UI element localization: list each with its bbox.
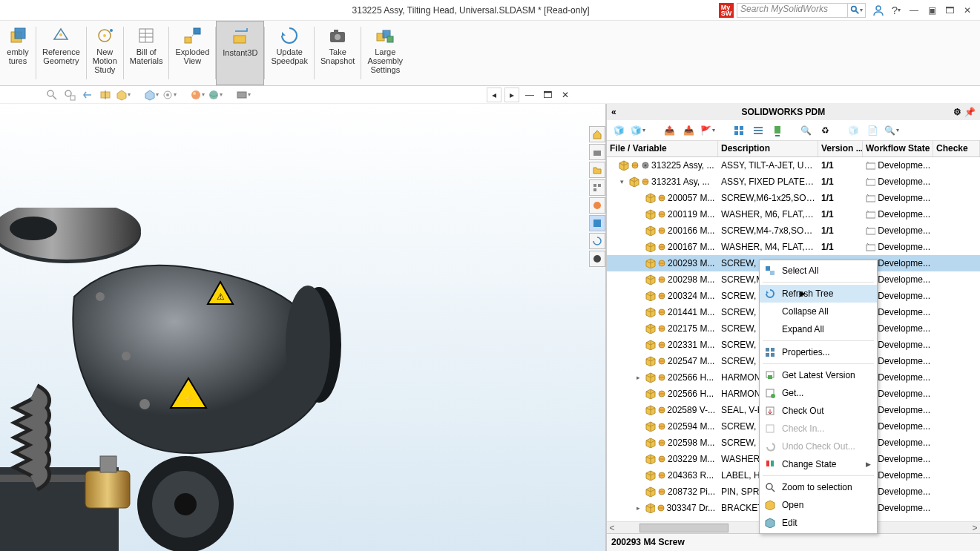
svg-rect-77 [866, 196, 875, 202]
search-button[interactable]: ▾ [848, 3, 866, 18]
svg-rect-140 [771, 353, 775, 357]
svg-rect-62 [740, 131, 743, 135]
zoom-to-fit-icon[interactable] [45, 88, 59, 102]
list-icon[interactable] [751, 123, 766, 138]
svg-line-1 [855, 10, 858, 13]
tab-toolbox-icon[interactable] [589, 144, 605, 160]
checkin-icon [764, 423, 776, 435]
label: Study [94, 65, 115, 74]
tab-refresh-icon[interactable] [589, 233, 605, 249]
rib-take-snapshot[interactable]: Take Snapshot [315, 21, 361, 85]
prev-view-icon[interactable] [80, 88, 95, 102]
tree-display-icon[interactable]: 🧊 [611, 123, 626, 138]
view-orientation-icon[interactable] [116, 88, 131, 102]
menu-item-collapse-all[interactable]: Collapse All [760, 303, 877, 320]
rib-instant3d[interactable]: Instant3D [216, 21, 264, 85]
tab-forum-icon[interactable] [589, 251, 605, 267]
render-icon[interactable] [236, 88, 251, 102]
menu-item-refresh-tree[interactable]: Refresh Tree [760, 285, 877, 303]
min-viewport-icon[interactable]: — [522, 88, 537, 102]
next-tab-icon[interactable]: ▸ [504, 88, 519, 102]
assembly-icon[interactable]: 🧊 [846, 123, 861, 138]
checkout-icon[interactable]: 📤 [662, 123, 677, 138]
open-icon [764, 499, 776, 511]
hide-show-icon[interactable] [162, 88, 177, 102]
label: Exploded [175, 47, 209, 56]
flags-icon[interactable]: 🚩 [700, 123, 715, 138]
checkout-icon [764, 405, 776, 417]
filter-icon[interactable]: 🧊 [631, 123, 645, 138]
menu-item-change-state[interactable]: Change State▶ [760, 455, 877, 473]
svg-rect-59 [734, 126, 738, 130]
menu-item-expand-all[interactable]: Expand All [760, 320, 877, 338]
minimize-icon[interactable]: — [906, 3, 922, 18]
svg-rect-60 [740, 126, 743, 130]
col-ver[interactable]: Version ... [818, 141, 863, 156]
scene-icon[interactable] [208, 88, 223, 102]
table-row[interactable]: 200166 M... SCREW,M4-.7x8,SOC H... 1/1 D… [607, 222, 980, 239]
svg-rect-74 [866, 179, 875, 185]
table-row[interactable]: 313225 Assy, ... ASSY, TILT-A-JET, UNI..… [607, 157, 980, 174]
getlatest-icon[interactable] [770, 123, 785, 138]
menu-item-get-latest-version[interactable]: Get Latest Version [760, 366, 877, 384]
tab-appearance-icon[interactable] [589, 197, 605, 214]
rib-large-assembly-settings[interactable]: Large Assembly Settings [361, 21, 409, 85]
rib-assembly-features[interactable]: embly tures [0, 21, 36, 85]
table-row[interactable]: ▾ 313231 Asy, ... ASSY, FIXED PLATE, TI.… [607, 174, 980, 190]
menu-item-check-out[interactable]: Check Out [760, 402, 877, 420]
rib-bom[interactable]: Bill of Materials [124, 21, 169, 85]
rib-new-motion-study[interactable]: New Motion Study [87, 21, 123, 85]
col-file[interactable]: File / Variable [607, 141, 718, 156]
search-input[interactable]: Search MySolidWorks [737, 3, 848, 18]
help-icon[interactable]: ?▾ [888, 3, 904, 18]
tab-folder-icon[interactable] [589, 162, 605, 178]
menu-item-open[interactable]: Open [760, 496, 877, 514]
menu-item-zoom-to-selection[interactable]: Zoom to selection [760, 478, 877, 496]
card-icon[interactable] [731, 123, 746, 138]
col-chk[interactable]: Checke [933, 141, 980, 156]
table-row[interactable]: 200119 M... WASHER, M6, FLAT, SS 1/1 Dev… [607, 206, 980, 222]
pin-icon[interactable]: 📌 [964, 107, 976, 117]
user-icon[interactable] [870, 3, 887, 18]
col-desc[interactable]: Description [718, 141, 818, 156]
svg-rect-34 [237, 92, 246, 98]
table-row[interactable]: 200057 M... SCREW,M6-1x25,SOC ... 1/1 De… [607, 190, 980, 206]
menu-item-edit[interactable]: Edit [760, 514, 877, 532]
getlatest-icon [764, 369, 776, 381]
tab-home-icon[interactable] [589, 126, 605, 142]
restore-down-icon[interactable]: ▣ [924, 3, 940, 18]
menu-item-select-all[interactable]: Select All [760, 262, 877, 280]
close-icon[interactable]: ✕ [959, 3, 976, 18]
rib-reference-geometry[interactable]: Reference Geometry [36, 21, 86, 85]
doc-icon[interactable]: 📄 [865, 123, 880, 138]
section-view-icon[interactable] [98, 88, 113, 102]
assembly-features-icon [7, 25, 28, 46]
max-viewport-icon[interactable]: 🗖 [540, 88, 555, 102]
svg-rect-14 [194, 28, 200, 34]
model-viewport[interactable]: ⚠ ⚡ [0, 104, 605, 551]
refresh-pdm-icon[interactable]: ♻ [818, 123, 832, 138]
zoom-area-icon[interactable] [62, 88, 77, 102]
find-pdm-icon[interactable]: 🔍 [884, 123, 899, 138]
collapse-panel-icon[interactable]: « [611, 107, 616, 117]
rib-exploded-view[interactable]: Exploded View [169, 21, 215, 85]
maximize-icon[interactable]: 🗖 [941, 3, 958, 18]
prev-tab-icon[interactable]: ◂ [487, 88, 501, 102]
appearance-icon[interactable] [190, 88, 205, 102]
svg-point-8 [110, 29, 113, 32]
rib-update-speedpak[interactable]: Update Speedpak [265, 21, 314, 85]
menu-item-properties-[interactable]: Properties... [760, 343, 877, 361]
col-wf[interactable]: Workflow State [863, 141, 933, 156]
search-pdm-icon[interactable]: 🔍 [798, 123, 813, 138]
display-style-icon[interactable] [144, 88, 159, 102]
menu-item-get-[interactable]: Get... [760, 384, 877, 402]
label: Speedpak [271, 56, 308, 65]
svg-point-39 [593, 202, 601, 209]
tab-props-icon[interactable] [589, 215, 605, 231]
close-viewport-icon[interactable]: ✕ [558, 88, 573, 102]
instant3d-icon [230, 26, 251, 47]
checkin-icon[interactable]: 📥 [681, 123, 696, 138]
tab-view-palette-icon[interactable] [589, 179, 605, 196]
table-row[interactable]: 200167 M... WASHER, M4, FLAT, SS 1/1 Dev… [607, 239, 980, 255]
gear-icon[interactable]: ⚙ [953, 107, 961, 117]
